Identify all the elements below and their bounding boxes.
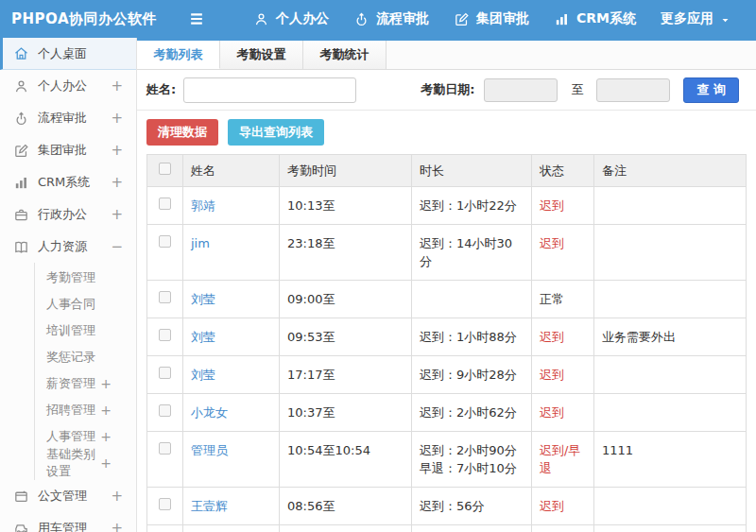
sidebar-item-label: 流程审批 bbox=[38, 110, 87, 127]
expand-icon: + bbox=[111, 174, 123, 191]
note-cell bbox=[594, 281, 747, 318]
note-cell bbox=[594, 187, 747, 225]
employee-name-link[interactable]: 刘莹 bbox=[191, 368, 215, 382]
employee-name-link[interactable]: 郭靖 bbox=[191, 198, 215, 213]
row-checkbox[interactable] bbox=[159, 197, 171, 210]
duration-line: 迟到：2小时90分 bbox=[420, 441, 524, 459]
column-header-time: 考勤时间 bbox=[280, 155, 412, 187]
topnav-item-workflow-approval[interactable]: 流程审批 bbox=[353, 10, 429, 27]
sidebar-subitem-attendance-management[interactable]: 考勤管理 bbox=[35, 265, 136, 291]
date-to-input[interactable] bbox=[596, 78, 670, 102]
date-from-input[interactable] bbox=[484, 78, 558, 102]
topnav-item-label: 更多应用 bbox=[661, 10, 713, 27]
tab-attendance-list[interactable]: 考勤列表 bbox=[137, 41, 220, 69]
tab-attendance-setting[interactable]: 考勤设置 bbox=[220, 41, 303, 69]
time-cell: 10:37至 bbox=[280, 394, 412, 432]
status-cell: 迟到 bbox=[532, 488, 594, 525]
sidebar-subitem-salary-management[interactable]: 薪资管理+ bbox=[35, 370, 136, 397]
book-icon bbox=[13, 239, 29, 255]
employee-name-link[interactable]: jim bbox=[191, 236, 210, 250]
sidebar-item-personal-desktop[interactable]: 个人桌面 bbox=[0, 38, 136, 70]
sidebar-item-admin-office[interactable]: 行政办公+ bbox=[0, 198, 136, 231]
chart-icon bbox=[554, 11, 570, 27]
sidebar-subitem-recruit-management[interactable]: 招聘管理+ bbox=[35, 397, 136, 423]
expand-icon: + bbox=[100, 455, 112, 471]
time-cell: 10:54至10:54 bbox=[280, 432, 412, 488]
sidebar-subitem-label: 基础类别设置 bbox=[46, 446, 100, 480]
table-row: 管理员10:54至10:54迟到：2小时90分早退：7小时10分迟到/早退111… bbox=[147, 432, 747, 488]
row-checkbox[interactable] bbox=[159, 291, 171, 303]
topnav: 个人办公流程审批集团审批CRM系统更多应用 bbox=[229, 10, 730, 27]
name-label: 姓名: bbox=[146, 81, 176, 98]
sidebar-item-crm-system[interactable]: CRM系统+ bbox=[0, 166, 136, 198]
table-row: 刘莹17:17至迟到：9小时28分迟到 bbox=[147, 356, 747, 394]
table-row: jim23:18至迟到：14小时30分迟到 bbox=[147, 225, 747, 281]
tabbar: 考勤列表考勤设置考勤统计 bbox=[137, 41, 756, 70]
sidebar-subitem-reward-punish-record[interactable]: 奖惩记录 bbox=[35, 344, 136, 370]
topnav-item-group-approval[interactable]: 集团审批 bbox=[454, 10, 529, 27]
export-list-button[interactable]: 导出查询列表 bbox=[228, 119, 324, 146]
action-row: 清理数据 导出查询列表 bbox=[137, 111, 756, 154]
sidebar-subitem-label: 招聘管理 bbox=[46, 402, 95, 419]
row-checkbox[interactable] bbox=[159, 235, 171, 248]
row-checkbox[interactable] bbox=[159, 404, 171, 417]
employee-name-link[interactable]: 刘莹 bbox=[191, 330, 215, 344]
duration-cell: 迟到：14小时30分 bbox=[412, 225, 532, 281]
to-label: 至 bbox=[571, 81, 583, 98]
sidebar-item-vehicle-management[interactable]: 用车管理+ bbox=[0, 512, 136, 532]
header-checkbox-cell bbox=[147, 155, 183, 187]
table-row: 刘莹09:53至迟到：1小时88分迟到业务需要外出 bbox=[147, 318, 747, 356]
workflow-icon bbox=[353, 11, 369, 27]
time-cell: 09:53至 bbox=[280, 318, 412, 356]
sidebar-subitem-training-management[interactable]: 培训管理 bbox=[35, 317, 136, 344]
name-cell: 王壹辉 bbox=[183, 488, 280, 525]
topnav-item-label: 流程审批 bbox=[376, 10, 429, 27]
sidebar-item-human-resources[interactable]: 人力资源− bbox=[0, 231, 136, 263]
search-button[interactable]: 查 询 bbox=[683, 77, 739, 103]
name-cell: jim bbox=[183, 225, 280, 281]
row-checkbox-cell bbox=[147, 394, 183, 432]
name-cell: 郭靖 bbox=[183, 187, 280, 225]
employee-name-link[interactable]: 管理员 bbox=[191, 443, 228, 457]
employee-name-link[interactable]: 王壹辉 bbox=[191, 499, 228, 513]
attendance-table: 姓名 考勤时间 时长 状态 备注 郭靖10:13至迟到：1小时22分迟到jim2… bbox=[146, 154, 747, 532]
sidebar-item-workflow-approval[interactable]: 流程审批+ bbox=[0, 102, 136, 134]
briefcase-icon bbox=[13, 207, 29, 223]
sidebar-item-personal-office[interactable]: 个人办公+ bbox=[0, 70, 136, 102]
sidebar-item-document-management[interactable]: 公文管理+ bbox=[0, 480, 136, 512]
name-input[interactable] bbox=[183, 77, 356, 103]
date-label: 考勤日期: bbox=[421, 81, 474, 98]
expand-icon: + bbox=[111, 110, 123, 127]
sidebar-subitem-personnel-contract[interactable]: 人事合同 bbox=[35, 291, 136, 317]
duration-line: 迟到：1小时88分 bbox=[420, 328, 524, 346]
employee-name-link[interactable]: 刘莹 bbox=[191, 292, 215, 306]
sidebar-subitem-label: 奖惩记录 bbox=[46, 349, 95, 366]
note-cell: 业务需要外出 bbox=[594, 318, 747, 356]
duration-cell: 迟到：1小时22分 bbox=[412, 187, 532, 225]
table-row: 王壹辉08:56至迟到：56分迟到 bbox=[147, 488, 747, 525]
sidebar-subitem-label: 薪资管理 bbox=[46, 375, 95, 392]
sidebar-item-label: 个人办公 bbox=[38, 77, 87, 94]
row-checkbox[interactable] bbox=[159, 442, 171, 455]
topnav-item-crm-system[interactable]: CRM系统 bbox=[554, 10, 636, 27]
tab-attendance-stats[interactable]: 考勤统计 bbox=[303, 41, 387, 69]
name-cell: 黄蓉 bbox=[183, 525, 280, 532]
sidebar-item-label: 用车管理 bbox=[38, 520, 87, 532]
status-cell: 迟到 bbox=[532, 225, 594, 281]
row-checkbox-cell bbox=[147, 225, 183, 281]
clean-data-button[interactable]: 清理数据 bbox=[146, 119, 218, 146]
row-checkbox[interactable] bbox=[159, 367, 171, 379]
content-panel: 考勤列表考勤设置考勤统计 姓名: 考勤日期: 至 查 询 清理数据 导出查询列表 bbox=[137, 38, 756, 532]
row-checkbox[interactable] bbox=[159, 329, 171, 341]
menu-icon[interactable] bbox=[187, 9, 206, 28]
edit-icon bbox=[454, 11, 470, 27]
topnav-item-personal-office[interactable]: 个人办公 bbox=[253, 10, 329, 27]
sidebar-subitem-basic-category-setting[interactable]: 基础类别设置+ bbox=[35, 450, 136, 476]
row-checkbox[interactable] bbox=[159, 498, 171, 510]
topnav-item-more-apps[interactable]: 更多应用 bbox=[661, 10, 730, 27]
employee-name-link[interactable]: 小龙女 bbox=[191, 405, 228, 420]
select-all-checkbox[interactable] bbox=[159, 163, 171, 175]
column-header-note: 备注 bbox=[594, 155, 747, 187]
collapse-icon: − bbox=[111, 238, 123, 255]
sidebar-item-group-approval[interactable]: 集团审批+ bbox=[0, 134, 136, 166]
